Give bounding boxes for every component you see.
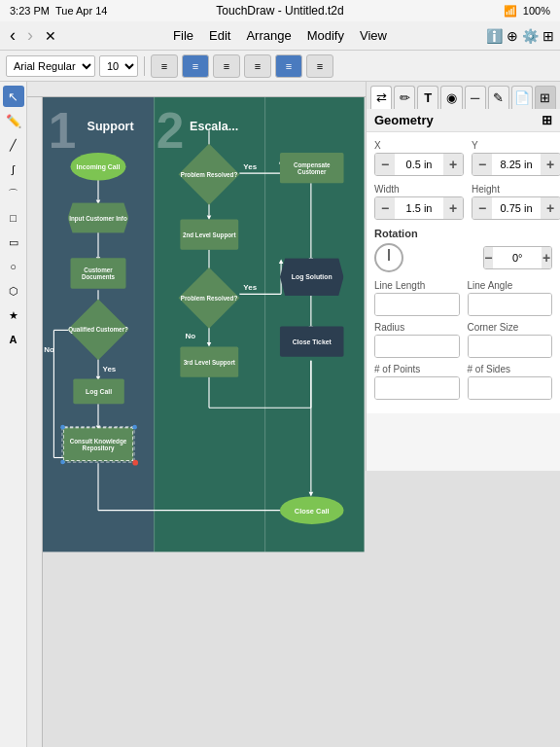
corner-size-input[interactable] <box>469 336 552 357</box>
y-input[interactable] <box>492 154 541 175</box>
nav-close-btn[interactable]: ✕ <box>41 28 60 44</box>
nav-forward-btn[interactable]: › <box>23 25 37 46</box>
geometry-grid-icon[interactable]: ⊞ <box>542 113 552 127</box>
selection-handle-tr[interactable] <box>132 425 137 430</box>
rotation-input[interactable] <box>493 247 542 268</box>
rounded-rect-tool[interactable]: ▭ <box>3 231 24 253</box>
line-length-input[interactable] <box>375 294 459 315</box>
line-tool[interactable]: ╱ <box>3 134 24 156</box>
tab-stroke[interactable]: ─ <box>465 86 486 109</box>
align-justify-btn[interactable]: ≡ <box>244 54 271 78</box>
close-ticket-shape[interactable]: Close Ticket <box>280 326 344 356</box>
y-minus-btn[interactable]: − <box>472 154 492 175</box>
y-label: Y <box>472 140 560 151</box>
w-plus-btn[interactable]: + <box>443 197 463 219</box>
text-tool[interactable]: A <box>3 329 24 350</box>
corner-size-label: Corner Size <box>468 322 553 333</box>
star-tool[interactable]: ★ <box>3 304 24 326</box>
wifi-icon: 📶 <box>504 5 517 18</box>
incoming-call-shape[interactable]: Incoming Call <box>71 153 126 181</box>
font-size-selector[interactable]: 10 pt <box>99 55 138 77</box>
align-left-btn[interactable]: ≡ <box>151 54 178 78</box>
x-minus-btn[interactable]: − <box>375 154 395 175</box>
flowchart-canvas[interactable]: 1 Support 2 Escala... Yes No <box>43 97 366 731</box>
lane-2-title: Escala... <box>190 120 238 134</box>
tab-pencil[interactable]: ✎ <box>488 86 509 109</box>
toolbar: Arial Regular 10 pt ≡ ≡ ≡ ≡ ≡ ≡ <box>0 51 560 82</box>
lane-1-number: 1 <box>49 103 77 160</box>
grid-icon[interactable]: ⊞ <box>542 28 554 44</box>
num-sides-input[interactable] <box>469 377 552 399</box>
ellipse-tool[interactable]: ○ <box>3 256 24 277</box>
layers-icon[interactable]: ⊕ <box>507 28 518 44</box>
problem-resolved-1-shape[interactable]: Problem Resolved? <box>179 150 240 198</box>
info-icon[interactable]: ℹ️ <box>486 28 503 44</box>
x-input[interactable] <box>395 154 443 175</box>
num-sides-label: # of Sides <box>468 364 553 374</box>
ruler-horizontal <box>27 82 366 97</box>
consult-knowledge-shape[interactable]: Consult Knowledge Repository <box>63 427 134 461</box>
width-label: Width <box>374 184 464 195</box>
tab-doc[interactable]: 📄 <box>511 86 533 109</box>
lane-divider-1 <box>154 97 155 551</box>
align-extra-btn[interactable]: ≡ <box>306 54 333 78</box>
pencil-tool[interactable]: ✏️ <box>3 110 24 131</box>
problem-resolved-2-shape[interactable]: Problem Resolved? <box>179 273 240 322</box>
line-angle-input[interactable] <box>469 294 552 315</box>
shape-tool[interactable]: □ <box>3 207 24 229</box>
tab-fill[interactable]: ◉ <box>440 86 462 109</box>
line-angle-label: Line Angle <box>468 280 553 291</box>
menu-file[interactable]: File <box>173 28 193 43</box>
tab-grid[interactable]: ⊞ <box>535 86 556 109</box>
tool-panel: ↖ ✏️ ╱ ∫ ⌒ □ ▭ ○ ⬡ ★ A <box>0 82 27 747</box>
menu-view[interactable]: View <box>360 28 387 43</box>
align-active-btn[interactable]: ≡ <box>275 54 302 78</box>
lane-1-title: Support <box>88 120 134 134</box>
radius-label: Radius <box>374 322 460 333</box>
ruler-vertical <box>27 97 43 747</box>
font-selector[interactable]: Arial Regular <box>6 55 95 77</box>
tab-text[interactable]: T <box>417 86 438 109</box>
connector-tool[interactable]: ⌒ <box>3 183 24 204</box>
rotation-dial[interactable] <box>374 243 403 272</box>
log-solution-shape[interactable]: Log Solution <box>280 258 344 296</box>
selection-handle-br[interactable] <box>132 460 138 466</box>
customer-docs-shape[interactable]: Customer Documents <box>71 258 126 288</box>
radius-input[interactable] <box>375 336 459 357</box>
3rd-level-shape[interactable]: 3rd Level Support <box>180 347 238 377</box>
selection-handle-bl[interactable] <box>60 460 65 465</box>
close-call-shape[interactable]: Close Call <box>280 496 344 524</box>
x-plus-btn[interactable]: + <box>443 154 463 175</box>
qualified-customer-shape[interactable]: Qualified Customer? <box>68 305 129 354</box>
settings-icon[interactable]: ⚙️ <box>522 28 539 44</box>
rot-minus-btn[interactable]: − <box>484 247 494 268</box>
line-length-label: Line Length <box>374 280 460 291</box>
curve-tool[interactable]: ∫ <box>3 159 24 180</box>
select-tool[interactable]: ↖ <box>3 86 24 107</box>
selection-handle-tl[interactable] <box>60 425 65 430</box>
w-minus-btn[interactable]: − <box>375 197 395 219</box>
tab-pen[interactable]: ✏ <box>394 86 415 109</box>
nav-back[interactable]: ‹ <box>6 25 19 46</box>
menu-arrange[interactable]: Arrange <box>246 28 291 43</box>
input-customer-shape[interactable]: Input Customer Info <box>68 202 129 232</box>
align-right-btn[interactable]: ≡ <box>213 54 240 78</box>
h-plus-btn[interactable]: + <box>541 197 560 219</box>
menu-edit[interactable]: Edit <box>209 28 230 43</box>
status-bar: 3:23 PM Tue Apr 14 TouchDraw - Untitled.… <box>0 0 560 21</box>
log-call-shape[interactable]: Log Call <box>73 379 123 405</box>
compensate-customer-shape[interactable]: Compensate Customer <box>280 153 344 183</box>
menu-bar: ‹ › ✕ File Edit Arrange Modify View ℹ️ ⊕… <box>0 21 560 51</box>
height-input[interactable] <box>492 197 541 219</box>
geometry-title-label: Geometry <box>374 113 434 127</box>
tab-arrows[interactable]: ⇄ <box>370 86 392 109</box>
width-input[interactable] <box>395 197 443 219</box>
rot-plus-btn[interactable]: + <box>542 247 551 268</box>
h-minus-btn[interactable]: − <box>472 197 492 219</box>
align-center-btn[interactable]: ≡ <box>182 54 209 78</box>
2nd-level-shape[interactable]: 2nd Level Support <box>180 219 238 249</box>
num-points-input[interactable] <box>375 377 459 399</box>
polygon-tool[interactable]: ⬡ <box>3 280 24 302</box>
menu-modify[interactable]: Modify <box>307 28 344 43</box>
y-plus-btn[interactable]: + <box>541 154 560 175</box>
